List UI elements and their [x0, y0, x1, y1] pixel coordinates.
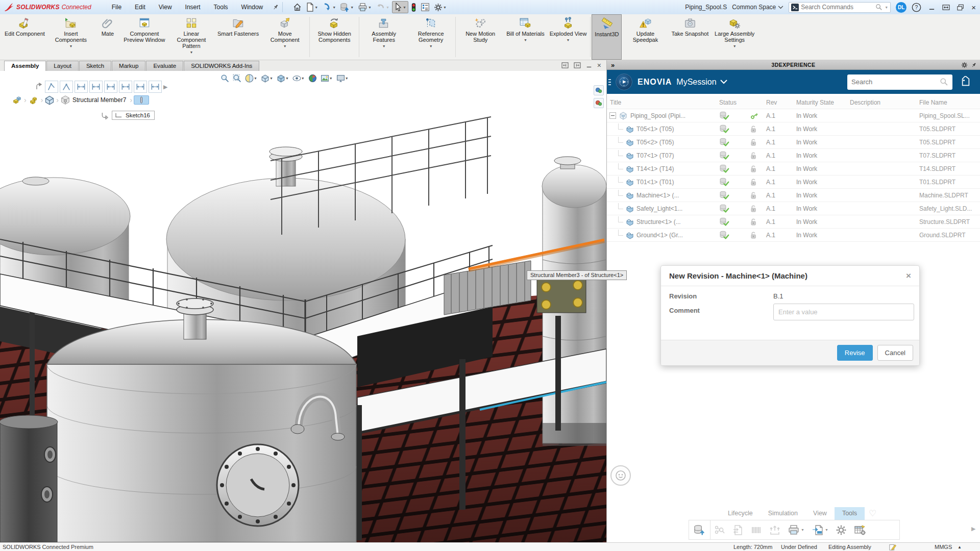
table-row[interactable]: Machine<1> (... A.1 In Work Machine.SLDP… — [607, 189, 980, 202]
undo-button[interactable]: ▼ — [374, 1, 391, 13]
minimize-icon[interactable] — [928, 4, 935, 11]
view-settings-icon[interactable]: ▼ — [335, 73, 350, 84]
assembly-3d-scene[interactable] — [0, 71, 606, 542]
new-document-button[interactable]: ▼ — [305, 1, 320, 13]
bill-of-materials-button[interactable]: Bill of Materials▼ — [504, 14, 547, 60]
reference-geometry-button[interactable]: Reference Geometry▼ — [407, 14, 454, 60]
column-description[interactable]: Description — [847, 99, 916, 106]
close-icon[interactable]: × — [971, 3, 976, 12]
table-row-root[interactable]: Piping_Spool (Pipi... A.1 In Work Piping… — [607, 109, 980, 122]
column-file[interactable]: File Name — [916, 99, 980, 106]
span-displays-icon[interactable] — [942, 4, 950, 11]
feature-crumb-icon[interactable] — [60, 95, 70, 105]
breadcrumb-feature-label[interactable]: Structural Member7 — [72, 96, 126, 104]
session-name[interactable]: MySession — [676, 78, 716, 87]
relation-angle-button[interactable] — [60, 81, 73, 93]
column-status[interactable]: Status — [712, 99, 749, 106]
column-title[interactable]: Title — [607, 99, 712, 106]
compare-document-button[interactable] — [729, 522, 747, 538]
save-button[interactable]: ▼ — [338, 1, 355, 13]
favorites-heart-icon[interactable]: ♡ — [869, 508, 876, 519]
table-row[interactable]: T07<1> (T07) A.1 In Work T07.SLDPRT — [607, 149, 980, 162]
panel-search-box[interactable] — [847, 74, 952, 90]
help-icon[interactable]: ? — [912, 3, 921, 12]
exploded-view-button[interactable]: Exploded View▼ — [547, 14, 590, 60]
column-maturity[interactable]: Maturity State — [793, 99, 847, 106]
interference-traffic-light-icon[interactable] — [409, 1, 418, 13]
collaborative-space-pic[interactable]: Common Space — [732, 4, 783, 11]
dialog-close-icon[interactable]: × — [906, 271, 911, 281]
relation-distance-button[interactable] — [134, 81, 147, 93]
table-row[interactable]: Ground<1> (Gr... A.1 In Work Ground.SLDP… — [607, 229, 980, 242]
tab-evaluate[interactable]: Evaluate — [146, 61, 183, 71]
session-chevron-icon[interactable] — [720, 80, 727, 84]
breadcrumb-selected-sketch[interactable] — [134, 95, 149, 105]
zoom-fit-icon[interactable] — [219, 73, 230, 84]
print-button[interactable]: ▼ — [356, 1, 373, 13]
tab-layout[interactable]: Layout — [46, 61, 79, 71]
command-search-box[interactable]: ▼ — [789, 2, 891, 13]
take-snapshot-button[interactable]: Take Snapshot — [669, 14, 711, 60]
panel-settings-gear-icon[interactable] — [961, 62, 968, 68]
relation-distance-button[interactable] — [89, 81, 103, 93]
tab-lifecycle[interactable]: Lifecycle — [720, 507, 761, 520]
toolbar-settings-gear-icon[interactable] — [832, 522, 850, 538]
component-preview-window-button[interactable]: Component Preview Window — [121, 14, 168, 60]
tab-markup[interactable]: Markup — [112, 61, 145, 71]
update-speedpak-button[interactable]: Update Speedpak — [622, 14, 669, 60]
table-row[interactable]: T05<1> (T05) A.1 In Work T05.SLDPRT — [607, 122, 980, 136]
hide-show-items-icon[interactable]: ▼ — [291, 73, 306, 84]
settings-gear-button[interactable]: ▼ — [432, 1, 448, 13]
tab-view[interactable]: View — [805, 507, 835, 520]
table-row[interactable]: T05<2> (T05) A.1 In Work T05.SLDPRT — [607, 136, 980, 149]
relation-distance-button[interactable] — [149, 81, 162, 93]
comment-input[interactable] — [773, 304, 914, 320]
restore-icon[interactable] — [957, 4, 964, 11]
appearance-states-icon[interactable] — [594, 98, 604, 108]
close-pane-icon[interactable]: × — [597, 61, 601, 69]
select-tool-button[interactable]: ▼ — [392, 1, 408, 13]
tab-sketch[interactable]: Sketch — [79, 61, 111, 71]
part-crumb-icon[interactable] — [28, 95, 39, 105]
units-dropdown-icon[interactable]: ▲ — [958, 545, 962, 549]
home-button[interactable] — [291, 1, 304, 13]
menu-edit[interactable]: Edit — [129, 2, 152, 12]
insert-components-button[interactable]: Insert Components▼ — [47, 14, 94, 60]
display-style-icon[interactable]: ▼ — [276, 73, 290, 84]
toolbar-overflow-icon[interactable]: ▶ — [971, 525, 975, 532]
table-row[interactable]: Safety_Light<1... A.1 In Work Safety_Lig… — [607, 202, 980, 215]
export-csv-button[interactable]: ▼ — [808, 522, 832, 538]
barcode-button[interactable] — [747, 522, 766, 538]
flyout-arrow-icon[interactable] — [35, 83, 43, 91]
search-icon[interactable] — [940, 78, 948, 86]
dock-pane-left-icon[interactable] — [561, 62, 569, 68]
relbar-more-icon[interactable]: ▶ — [163, 84, 167, 90]
panel-search-input[interactable] — [851, 78, 937, 86]
large-assembly-settings-button[interactable]: Large Assembly Settings▼ — [711, 14, 758, 60]
tab-solidworks-add-ins[interactable]: SOLIDWORKS Add-Ins — [184, 61, 259, 71]
revise-button[interactable]: Revise — [837, 345, 873, 361]
assembly-crumb-icon[interactable] — [11, 95, 22, 105]
units-selector[interactable]: MMGS — [935, 544, 952, 550]
share-content-button[interactable] — [766, 522, 784, 538]
section-view-icon[interactable]: ▼ — [244, 73, 258, 84]
cancel-button[interactable]: Cancel — [877, 345, 913, 361]
table-row[interactable]: T01<1> (T01) A.1 In Work T01.SLDPRT — [607, 176, 980, 189]
display-states-icon[interactable] — [594, 85, 604, 95]
open-button[interactable]: ▼ — [321, 1, 337, 13]
mate-button[interactable]: Mate — [94, 14, 121, 60]
panel-pin-icon[interactable] — [971, 62, 977, 68]
user-avatar[interactable]: DL — [896, 2, 906, 13]
app-drawer-icon[interactable] — [608, 79, 612, 85]
tab-simulation[interactable]: Simulation — [761, 507, 805, 520]
sketch-chip-box[interactable]: Sketch16 — [112, 111, 155, 120]
body-crumb-icon[interactable] — [44, 95, 55, 105]
collapse-toggle-icon[interactable] — [609, 112, 616, 119]
relation-distance-button[interactable] — [75, 81, 88, 93]
search-commands-input[interactable] — [801, 4, 873, 11]
linear-component-pattern-button[interactable]: Linear Component Pattern▼ — [168, 14, 215, 60]
search-scope-dropdown[interactable]: ▼ — [885, 6, 888, 9]
menu-view[interactable]: View — [153, 2, 178, 12]
menu-file[interactable]: File — [106, 2, 128, 12]
edit-appearance-icon[interactable] — [307, 73, 318, 84]
